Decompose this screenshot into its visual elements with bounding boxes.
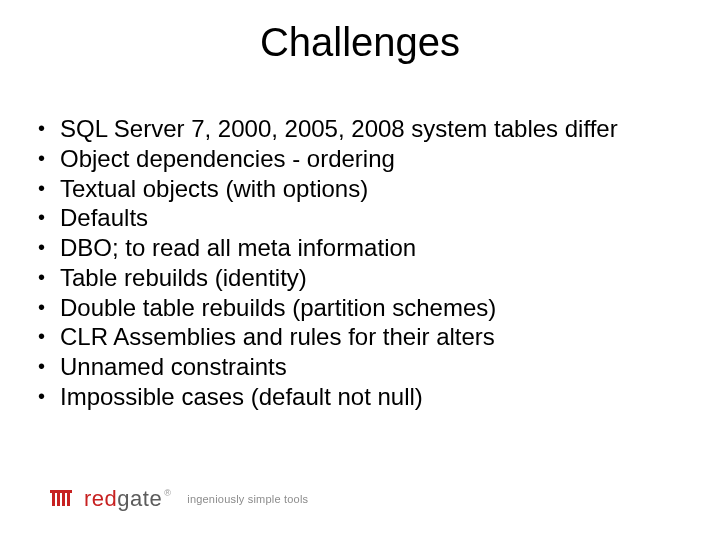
svg-rect-2 [62,492,65,506]
list-item: • Unnamed constraints [38,352,678,382]
bullet-icon: • [38,293,60,321]
bullet-list: • SQL Server 7, 2000, 2005, 2008 system … [38,114,678,412]
bullet-text: SQL Server 7, 2000, 2005, 2008 system ta… [60,114,618,144]
bullet-text: Table rebuilds (identity) [60,263,307,293]
bullet-icon: • [38,174,60,202]
logo-tagline: ingeniously simple tools [187,493,308,505]
bullet-icon: • [38,352,60,380]
svg-rect-1 [57,492,60,506]
bullet-text: Object dependencies - ordering [60,144,395,174]
svg-rect-0 [52,492,55,506]
slide-title: Challenges [0,20,720,65]
list-item: • SQL Server 7, 2000, 2005, 2008 system … [38,114,678,144]
svg-rect-3 [67,492,70,506]
list-item: • Double table rebuilds (partition schem… [38,293,678,323]
bullet-text: DBO; to read all meta information [60,233,416,263]
list-item: • Defaults [38,203,678,233]
logo-gate-icon [48,486,74,512]
bullet-text: Double table rebuilds (partition schemes… [60,293,496,323]
list-item: • Object dependencies - ordering [38,144,678,174]
bullet-icon: • [38,322,60,350]
logo-brand-red: red [84,486,117,512]
list-item: • CLR Assemblies and rules for their alt… [38,322,678,352]
bullet-icon: • [38,263,60,291]
footer-logo: redgate® ingeniously simple tools [48,486,308,512]
bullet-text: CLR Assemblies and rules for their alter… [60,322,495,352]
logo-brand-rest: gate [117,486,162,512]
bullet-icon: • [38,144,60,172]
bullet-text: Impossible cases (default not null) [60,382,423,412]
registered-mark: ® [164,488,171,498]
list-item: • Impossible cases (default not null) [38,382,678,412]
logo-text: redgate® [84,486,171,512]
slide-body: • SQL Server 7, 2000, 2005, 2008 system … [38,114,678,412]
slide: Challenges • SQL Server 7, 2000, 2005, 2… [0,0,720,540]
bullet-icon: • [38,203,60,231]
bullet-text: Textual objects (with options) [60,174,368,204]
svg-rect-4 [50,490,72,493]
bullet-icon: • [38,114,60,142]
list-item: • Textual objects (with options) [38,174,678,204]
list-item: • DBO; to read all meta information [38,233,678,263]
bullet-text: Defaults [60,203,148,233]
list-item: • Table rebuilds (identity) [38,263,678,293]
bullet-icon: • [38,382,60,410]
bullet-icon: • [38,233,60,261]
bullet-text: Unnamed constraints [60,352,287,382]
